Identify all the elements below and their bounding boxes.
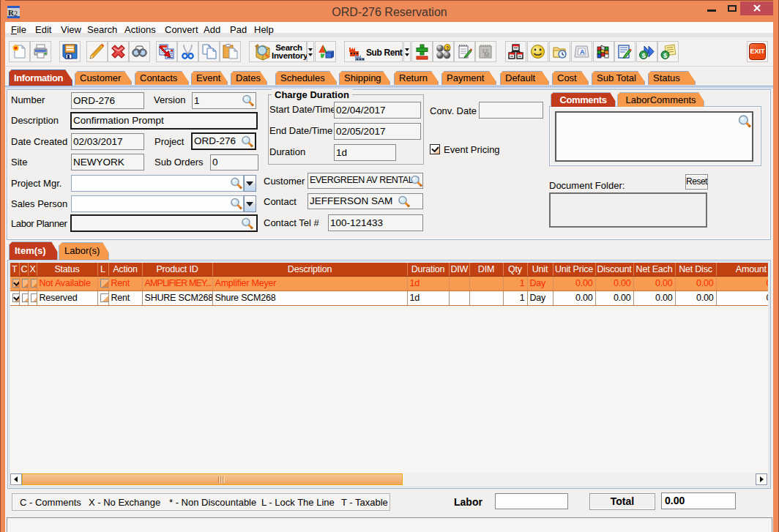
svg-text:M: M [484,51,490,59]
svg-text:$: $ [642,51,646,59]
svg-text:$: $ [663,51,668,59]
svg-text:?: ? [446,45,449,50]
svg-text:A: A [580,48,585,56]
